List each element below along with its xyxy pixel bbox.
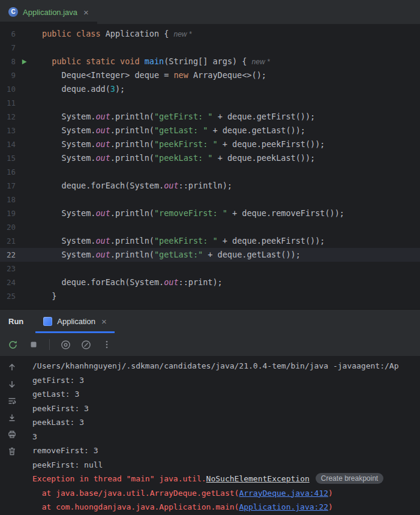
code-token: + deque.peekLast()); xyxy=(213,153,316,163)
line-number[interactable]: 8 xyxy=(0,55,16,68)
run-toolbar xyxy=(0,333,420,356)
code-token: ); xyxy=(115,84,125,94)
tab-close-icon[interactable]: × xyxy=(82,8,89,17)
console-text: removeFirst: 3 xyxy=(32,446,98,455)
line-number[interactable]: 16 xyxy=(0,165,16,179)
code-token: deque.forEach(System. xyxy=(42,181,164,190)
console-text: getFirst: 3 xyxy=(32,376,84,385)
code-line[interactable]: 17 deque.forEach(System.out::println); xyxy=(0,179,420,193)
code-token: System. xyxy=(42,153,95,163)
gutter-spacer xyxy=(16,193,42,206)
line-number[interactable]: 14 xyxy=(0,137,16,151)
line-number[interactable]: 20 xyxy=(0,220,16,234)
code-text: System.out.println("peekFirst: " + deque… xyxy=(42,137,325,151)
code-line[interactable]: 20 xyxy=(0,220,420,234)
code-line[interactable]: 24 deque.forEach(System.out::print); xyxy=(0,276,420,289)
console-text: at java.base/java.util.ArrayDeque.getLas… xyxy=(32,489,239,498)
line-number[interactable]: 10 xyxy=(0,82,16,96)
code-text: System.out.println("getFirst: " + deque.… xyxy=(42,110,315,124)
code-line[interactable]: 13 System.out.println("getLast: " + dequ… xyxy=(0,124,420,137)
code-token: out xyxy=(95,125,110,135)
line-number[interactable]: 12 xyxy=(0,110,16,124)
code-token: 3 xyxy=(110,84,115,94)
create-breakpoint-badge[interactable]: Create breakpoint xyxy=(316,473,383,484)
code-line[interactable]: 11 xyxy=(0,96,420,110)
console-line: /Users/khanhnguyenj/.sdkman/candidates/j… xyxy=(32,359,420,373)
code-text: public class Application { new * xyxy=(42,27,192,41)
code-token: .println( xyxy=(110,236,154,245)
stop-button[interactable] xyxy=(28,339,39,351)
stacktrace-link[interactable]: Application.java:22 xyxy=(239,502,328,511)
code-line[interactable]: 14 System.out.println("peekFirst: " + de… xyxy=(0,137,420,151)
editor-tab-application-java[interactable]: C Application.java × xyxy=(0,0,97,24)
line-number[interactable]: 9 xyxy=(0,68,16,82)
scroll-to-end-button[interactable] xyxy=(7,412,17,423)
code-line[interactable]: 23 xyxy=(0,262,420,276)
code-token: ArrayDeque<>(); xyxy=(193,70,266,80)
code-line[interactable]: 9 Deque<Integer> deque = new ArrayDeque<… xyxy=(0,68,420,82)
code-token: (String[] args) { xyxy=(164,56,251,66)
code-token: ::println); xyxy=(179,181,232,190)
console-text: ) xyxy=(328,502,333,511)
rerun-button[interactable] xyxy=(7,339,19,351)
soft-wrap-button[interactable] xyxy=(7,396,17,406)
code-line[interactable]: 10 deque.add(3); xyxy=(0,82,420,96)
console-text: peekFirst: null xyxy=(32,460,103,469)
gutter-spacer xyxy=(16,276,42,289)
run-panel-title: Run xyxy=(0,310,35,333)
code-line[interactable]: 19 System.out.println("removeFirst: " + … xyxy=(0,206,420,220)
line-number[interactable]: 21 xyxy=(0,234,16,248)
code-line[interactable]: 16 xyxy=(0,165,420,179)
console-text: getLast: 3 xyxy=(32,390,79,399)
console-line: getLast: 3 xyxy=(32,387,420,402)
capture-memory-snapshot-button[interactable] xyxy=(60,339,71,351)
code-token: out xyxy=(95,236,110,245)
clear-console-button[interactable] xyxy=(7,446,17,456)
thread-dump-button[interactable] xyxy=(80,339,92,351)
line-number[interactable]: 7 xyxy=(0,41,16,55)
code-token: Deque<Integer> deque = xyxy=(42,70,173,80)
code-line[interactable]: 6public class Application { new * xyxy=(0,27,420,41)
code-token: "getFirst: " xyxy=(154,112,213,121)
line-number[interactable]: 17 xyxy=(0,179,16,193)
line-number[interactable]: 18 xyxy=(0,193,16,206)
line-number[interactable]: 15 xyxy=(0,151,16,165)
code-line[interactable]: 21 System.out.println("peekFirst: " + de… xyxy=(0,234,420,248)
code-text: deque.add(3); xyxy=(42,82,125,96)
run-tab-application[interactable]: Application × xyxy=(35,310,114,333)
code-token: "removeFirst: " xyxy=(154,208,227,218)
stacktrace-link[interactable]: NoSuchElementException xyxy=(206,474,310,483)
code-token: out xyxy=(95,153,110,163)
line-number[interactable]: 6 xyxy=(0,27,16,41)
code-line[interactable]: 8 public static void main(String[] args)… xyxy=(0,55,420,68)
code-line[interactable]: 12 System.out.println("getFirst: " + deq… xyxy=(0,110,420,124)
run-tool-window-header: Run Application × xyxy=(0,309,420,333)
line-number[interactable]: 24 xyxy=(0,276,16,289)
line-number[interactable]: 22 xyxy=(0,248,16,262)
code-line[interactable]: 15 System.out.println("peekLast: " + deq… xyxy=(0,151,420,165)
code-token: + deque.getFirst()); xyxy=(213,112,316,121)
code-line[interactable]: 7 xyxy=(0,41,420,55)
code-editor[interactable]: 6public class Application { new *78 publ… xyxy=(0,24,420,309)
more-options-button[interactable] xyxy=(101,339,112,351)
gutter-spacer xyxy=(16,165,42,179)
run-tab-close-icon[interactable]: × xyxy=(100,317,107,326)
gutter-spacer xyxy=(16,124,42,137)
code-token: .println( xyxy=(110,112,154,121)
code-line[interactable]: 22 System.out.println("getLast:" + deque… xyxy=(0,248,420,262)
console-output[interactable]: /Users/khanhnguyenj/.sdkman/candidates/j… xyxy=(24,356,420,515)
print-button[interactable] xyxy=(7,429,17,439)
code-line[interactable]: 25 } xyxy=(0,289,420,303)
run-line-icon[interactable] xyxy=(16,55,42,68)
code-text: Deque<Integer> deque = new ArrayDeque<>(… xyxy=(42,68,266,82)
code-line[interactable]: 18 xyxy=(0,193,420,206)
stacktrace-link[interactable]: ArrayDeque.java:412 xyxy=(239,489,328,498)
down-stack-trace-button[interactable] xyxy=(7,379,17,389)
code-token: out xyxy=(95,139,110,149)
line-number[interactable]: 25 xyxy=(0,289,16,303)
line-number[interactable]: 19 xyxy=(0,206,16,220)
line-number[interactable]: 23 xyxy=(0,262,16,276)
up-stack-trace-button[interactable] xyxy=(7,362,17,372)
line-number[interactable]: 13 xyxy=(0,124,16,137)
line-number[interactable]: 11 xyxy=(0,96,16,110)
